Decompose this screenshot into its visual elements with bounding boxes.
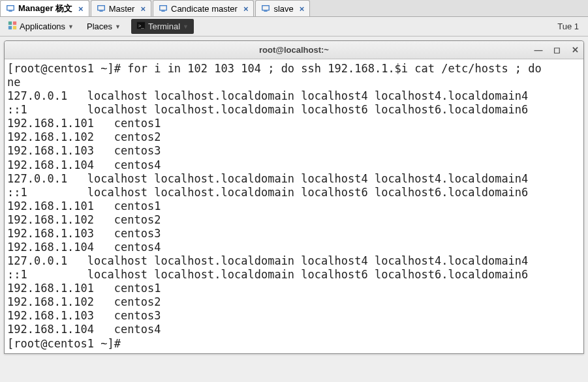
gnome-menu-bar: Applications ▼ Places ▼ >_ Terminal ▼ Tu…	[0, 17, 588, 37]
tab-candidate-master[interactable]: Candicate master ×	[153, 0, 254, 16]
window-controls: — ◻ ✕	[534, 46, 580, 55]
svg-rect-11	[13, 26, 16, 29]
menu-left: Applications ▼ Places ▼ >_ Terminal ▼	[5, 19, 194, 34]
menu-label: Terminal	[148, 22, 180, 31]
places-menu[interactable]: Places ▼	[84, 20, 123, 33]
minimize-button[interactable]: —	[534, 46, 543, 55]
svg-rect-1	[8, 11, 12, 12]
terminal-icon: >_	[136, 21, 146, 32]
window-title-bar[interactable]: root@localhost:~ — ◻ ✕	[5, 41, 583, 59]
menu-label: Applications	[20, 22, 65, 31]
svg-rect-5	[161, 11, 164, 12]
tab-slave[interactable]: slave ×	[255, 0, 310, 16]
maximize-button[interactable]: ◻	[552, 46, 561, 55]
chevron-down-icon: ▼	[68, 23, 74, 30]
terminal-window: root@localhost:~ — ◻ ✕ [root@centos1 ~]#…	[4, 40, 584, 354]
svg-rect-4	[160, 6, 167, 10]
svg-rect-6	[262, 6, 270, 10]
terminal-menu[interactable]: >_ Terminal ▼	[131, 19, 194, 34]
menu-label: Places	[87, 22, 112, 31]
vm-icon	[159, 4, 168, 13]
svg-rect-0	[7, 6, 14, 10]
tab-manager[interactable]: Manager 杨文 ×	[0, 0, 89, 16]
close-icon[interactable]: ×	[78, 4, 84, 14]
svg-rect-2	[97, 6, 104, 10]
applications-menu[interactable]: Applications ▼	[5, 20, 76, 33]
chevron-down-icon: ▼	[115, 23, 121, 30]
window-title: root@localhost:~	[259, 45, 329, 55]
vm-icon	[6, 4, 15, 13]
applications-icon	[8, 21, 17, 32]
svg-text:>_: >_	[138, 23, 145, 29]
svg-rect-10	[8, 26, 12, 29]
vm-icon	[261, 4, 270, 13]
close-icon[interactable]: ×	[140, 4, 146, 14]
svg-rect-9	[13, 22, 16, 25]
vm-icon	[97, 4, 106, 13]
chevron-down-icon: ▼	[183, 23, 189, 30]
svg-rect-8	[8, 22, 12, 25]
close-button[interactable]: ✕	[570, 46, 580, 55]
clock[interactable]: Tue 1	[557, 22, 583, 31]
tab-label: Manager 杨文	[18, 3, 72, 14]
svg-rect-7	[264, 11, 268, 12]
close-icon[interactable]: ×	[300, 4, 305, 14]
close-icon[interactable]: ×	[243, 4, 249, 14]
tab-master[interactable]: Master ×	[91, 0, 151, 16]
tab-label: Master	[109, 4, 135, 14]
vm-tabs-bar: Manager 杨文 × Master × Candicate master ×…	[0, 0, 588, 17]
tab-label: slave	[273, 4, 293, 14]
svg-rect-3	[99, 11, 102, 12]
terminal-output[interactable]: [root@centos1 ~]# for i in 102 103 104 ;…	[5, 59, 583, 353]
tab-label: Candicate master	[171, 4, 238, 14]
